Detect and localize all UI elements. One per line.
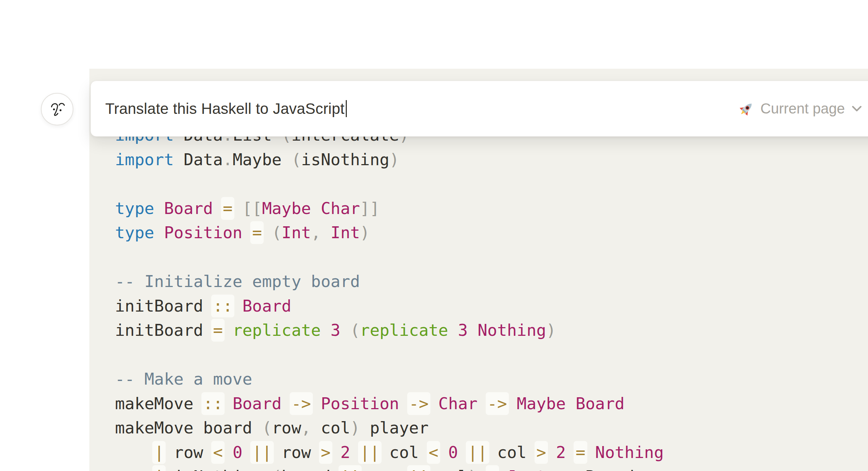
code-line <box>115 245 868 270</box>
ai-prompt-bar[interactable]: Translate this Haskell to JavaScript <box>90 81 868 137</box>
code-line: -- Make a move <box>115 367 868 391</box>
text-cursor <box>346 100 347 117</box>
chevron-down-icon <box>851 105 862 112</box>
ai-avatar <box>41 93 73 125</box>
code-line: -- Initialize empty board <box>115 269 868 294</box>
code-line <box>115 343 868 367</box>
code-line: type Board = [[Maybe Char]] <box>115 196 868 221</box>
code-line <box>115 172 868 196</box>
code-line: initBoard :: Board <box>115 294 868 318</box>
ai-prompt-text: Translate this Haskell to JavaScript <box>105 100 345 117</box>
code-block-lines: import Data.List (intercalate)import Dat… <box>89 123 868 471</box>
scope-selector-dropdown[interactable]: Current page <box>738 100 862 117</box>
code-line: import Data.Maybe (isNothing) <box>115 147 868 172</box>
notion-ai-face-icon <box>47 98 67 120</box>
code-line: makeMove board (row, col) player <box>115 416 868 440</box>
code-line: type Position = (Int, Int) <box>115 220 868 245</box>
ai-prompt-input[interactable]: Translate this Haskell to JavaScript <box>105 100 738 117</box>
code-line: | row < 0 || row > 2 || col < 0 || col >… <box>115 440 868 465</box>
scope-label: Current page <box>761 100 845 117</box>
rocket-emoji <box>738 100 755 117</box>
code-line: makeMove :: Board -> Position -> Char ->… <box>115 391 868 416</box>
code-line: initBoard = replicate 3 (replicate 3 Not… <box>115 318 868 343</box>
code-line: | isNothing (board !! row !! col) = Just… <box>115 464 868 471</box>
